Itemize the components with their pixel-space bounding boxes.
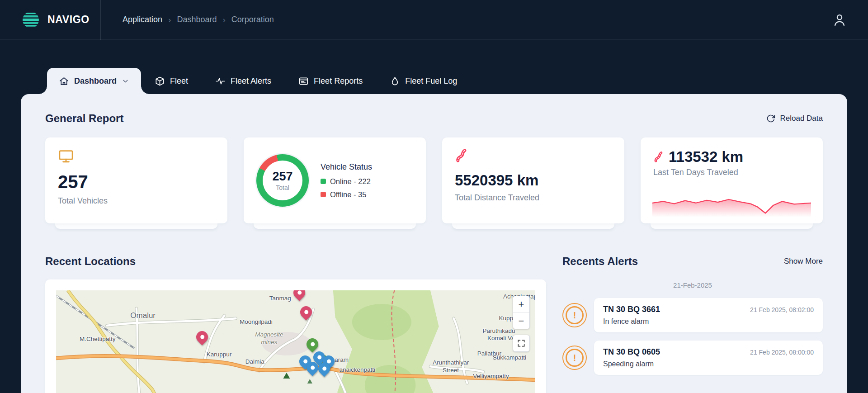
kpi-cards: 257 Total Vehicles 257 Total Vehicle Sta… bbox=[45, 137, 823, 229]
alert-item[interactable]: ! TN 30 BQ 3661 21 Feb 2025, 08:02:00 In… bbox=[562, 298, 823, 332]
donut-total-value: 257 bbox=[272, 170, 292, 184]
tab-dashboard[interactable]: Dashboard bbox=[47, 68, 141, 94]
map-label: Sukkampatti bbox=[493, 354, 526, 361]
tab-fleet-alerts[interactable]: Fleet Alerts bbox=[202, 68, 285, 94]
show-more-link[interactable]: Show More bbox=[784, 257, 823, 266]
alert-type: In fence alarm bbox=[603, 317, 814, 326]
map-label: Velliyampatty bbox=[473, 373, 509, 379]
tab-label: Fleet Reports bbox=[314, 76, 363, 86]
pulse-icon bbox=[215, 76, 226, 86]
breadcrumb: Application › Dashboard › Corporation bbox=[123, 15, 274, 25]
reload-data-button[interactable]: Reload Data bbox=[766, 114, 823, 123]
navigo-logo-icon bbox=[21, 10, 41, 30]
home-icon bbox=[59, 76, 69, 86]
brand: NAVIGO bbox=[21, 10, 99, 30]
general-report-title: General Report bbox=[45, 112, 123, 125]
road-icon bbox=[653, 151, 664, 163]
total-distance-label: Total Distance Traveled bbox=[455, 193, 612, 203]
map-card: Tanmag Omalur Moongilpadi M.Chettipatty … bbox=[45, 279, 546, 393]
map-tiles bbox=[56, 290, 535, 393]
last-ten-days-card: 113532 km Last Ten Days Traveled bbox=[641, 137, 823, 229]
card-stack-decoration bbox=[254, 223, 416, 229]
fullscreen-button[interactable] bbox=[513, 335, 530, 352]
total-distance-value: 5520395 km bbox=[455, 172, 612, 189]
map-label: Karuppur bbox=[207, 351, 232, 358]
sparkline-chart bbox=[652, 194, 811, 217]
last-ten-days-label: Last Ten Days Traveled bbox=[653, 168, 810, 177]
alert-card: TN 30 BQ 3661 21 Feb 2025, 08:02:00 In f… bbox=[594, 298, 823, 332]
map-label: anaickenpatti bbox=[339, 366, 375, 373]
refresh-icon bbox=[766, 114, 775, 123]
tab-label: Dashboard bbox=[74, 76, 117, 86]
tab-fleet-reports[interactable]: Fleet Reports bbox=[285, 68, 376, 94]
breadcrumb-application[interactable]: Application bbox=[123, 15, 162, 24]
map-label: Tanmag bbox=[269, 295, 291, 302]
top-bar: NAVIGO Application › Dashboard › Corpora… bbox=[0, 0, 868, 40]
legend-offline: Offline - 35 bbox=[321, 190, 372, 199]
page: NAVIGO Application › Dashboard › Corpora… bbox=[0, 0, 868, 393]
alert-plate: TN 30 BQ 0605 bbox=[603, 347, 660, 357]
total-distance-card: 5520395 km Total Distance Traveled bbox=[442, 137, 624, 229]
card-stack-decoration bbox=[452, 223, 614, 229]
card-stack-decoration bbox=[651, 223, 813, 229]
tab-bar: Dashboard Fleet Fleet Alerts Fleet Repor… bbox=[21, 40, 847, 94]
breadcrumb-corporation[interactable]: Corporation bbox=[231, 15, 274, 24]
total-vehicles-card: 257 Total Vehicles bbox=[45, 137, 227, 229]
header-divider bbox=[100, 0, 101, 40]
tab-fleet-fuel-log[interactable]: Fleet Fuel Log bbox=[376, 68, 471, 94]
offline-swatch-icon bbox=[321, 192, 326, 197]
alert-type: Speeding alarm bbox=[603, 360, 814, 368]
alert-time: 21 Feb 2025, 08:00:00 bbox=[750, 349, 814, 356]
map[interactable]: Tanmag Omalur Moongilpadi M.Chettipatty … bbox=[56, 290, 535, 393]
chevron-down-icon bbox=[122, 77, 129, 85]
map-label: Moongilpadi bbox=[240, 318, 273, 325]
legend-offline-label: Offline - 35 bbox=[330, 190, 366, 199]
vehicle-status-card: 257 Total Vehicle Status Online - 222 Of… bbox=[244, 137, 426, 229]
tab-label: Fleet Alerts bbox=[231, 76, 271, 86]
legend-online-label: Online - 222 bbox=[330, 177, 371, 186]
dashboard-content: General Report Reload Data 257 Total Veh… bbox=[21, 94, 847, 393]
app-title: NAVIGO bbox=[47, 14, 90, 26]
fuel-drop-icon bbox=[390, 76, 400, 86]
alerts-date: 21-Feb-2025 bbox=[562, 281, 823, 289]
alert-time: 21 Feb 2025, 08:02:00 bbox=[750, 306, 814, 313]
breadcrumb-separator-icon: › bbox=[222, 15, 225, 25]
last-ten-days-value: 113532 km bbox=[669, 148, 743, 166]
monitor-icon bbox=[58, 148, 74, 164]
user-profile-icon[interactable] bbox=[832, 12, 847, 28]
recent-alerts-title: Recents Alerts bbox=[562, 255, 638, 268]
map-zoom-controls: + − bbox=[513, 296, 530, 329]
vehicle-status-donut-chart: 257 Total bbox=[256, 154, 309, 207]
map-label: M.Chettipatty bbox=[80, 336, 116, 342]
zoom-out-button[interactable]: − bbox=[513, 313, 529, 329]
tab-fleet[interactable]: Fleet bbox=[141, 68, 202, 94]
online-swatch-icon bbox=[321, 179, 326, 184]
legend-online: Online - 222 bbox=[321, 177, 372, 186]
recent-locations-title: Recent Locations bbox=[45, 255, 546, 268]
alert-warning-icon: ! bbox=[562, 303, 587, 327]
road-icon bbox=[455, 148, 468, 163]
alert-card: TN 30 BQ 0605 21 Feb 2025, 08:00:00 Spee… bbox=[594, 341, 823, 375]
alert-item[interactable]: ! TN 30 BQ 0605 21 Feb 2025, 08:00:00 Sp… bbox=[562, 341, 823, 375]
card-stack-decoration bbox=[55, 223, 217, 229]
breadcrumb-separator-icon: › bbox=[168, 15, 171, 25]
alert-warning-icon: ! bbox=[562, 346, 587, 370]
total-vehicles-label: Total Vehicles bbox=[58, 196, 215, 206]
breadcrumb-dashboard[interactable]: Dashboard bbox=[177, 15, 217, 24]
map-label: Paruthikadu bbox=[482, 327, 515, 334]
map-label: Dalmia bbox=[245, 358, 264, 365]
donut-total-label: Total bbox=[276, 184, 289, 191]
map-label: Arunthathiyar Street bbox=[432, 359, 470, 374]
report-icon bbox=[298, 76, 309, 86]
cube-icon bbox=[155, 76, 165, 86]
total-vehicles-value: 257 bbox=[58, 172, 215, 192]
map-label-town: Omalur bbox=[130, 311, 156, 320]
reload-data-label: Reload Data bbox=[780, 114, 823, 123]
zoom-in-button[interactable]: + bbox=[513, 296, 529, 313]
alert-plate: TN 30 BQ 3661 bbox=[603, 305, 660, 314]
tab-label: Fleet bbox=[170, 76, 188, 86]
fullscreen-icon bbox=[517, 339, 526, 348]
vehicle-status-title: Vehicle Status bbox=[321, 162, 372, 172]
map-label: Magnesite mines bbox=[250, 331, 288, 346]
tab-label: Fleet Fuel Log bbox=[405, 76, 457, 86]
